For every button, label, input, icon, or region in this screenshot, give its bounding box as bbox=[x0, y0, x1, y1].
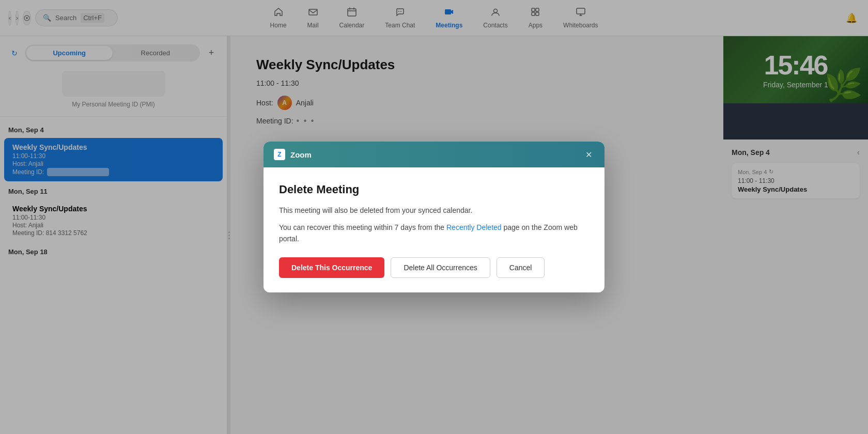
delete-occurrence-button[interactable]: Delete This Occurrence bbox=[279, 257, 384, 278]
dialog-text-2-before: You can recover this meeting within 7 da… bbox=[279, 223, 446, 231]
recently-deleted-link[interactable]: Recently Deleted bbox=[446, 223, 502, 231]
dialog-text-1: This meeting will also be deleted from y… bbox=[279, 205, 589, 216]
zoom-logo: Z bbox=[274, 149, 285, 160]
dialog-header-title: Z Zoom bbox=[274, 149, 312, 160]
dialog-header-text: Zoom bbox=[290, 150, 312, 159]
dialog-title: Delete Meeting bbox=[279, 183, 589, 196]
delete-meeting-dialog: Z Zoom ✕ Delete Meeting This meeting wil… bbox=[264, 142, 605, 292]
dialog-header: Z Zoom ✕ bbox=[264, 142, 605, 167]
dialog-text-2: You can recover this meeting within 7 da… bbox=[279, 222, 589, 245]
dialog-actions: Delete This Occurrence Delete All Occurr… bbox=[279, 257, 589, 278]
delete-all-button[interactable]: Delete All Occurrences bbox=[391, 257, 490, 278]
dialog-overlay[interactable]: Z Zoom ✕ Delete Meeting This meeting wil… bbox=[0, 0, 868, 434]
cancel-button[interactable]: Cancel bbox=[497, 257, 545, 278]
dialog-close-button[interactable]: ✕ bbox=[583, 149, 594, 160]
dialog-body: Delete Meeting This meeting will also be… bbox=[264, 167, 605, 292]
